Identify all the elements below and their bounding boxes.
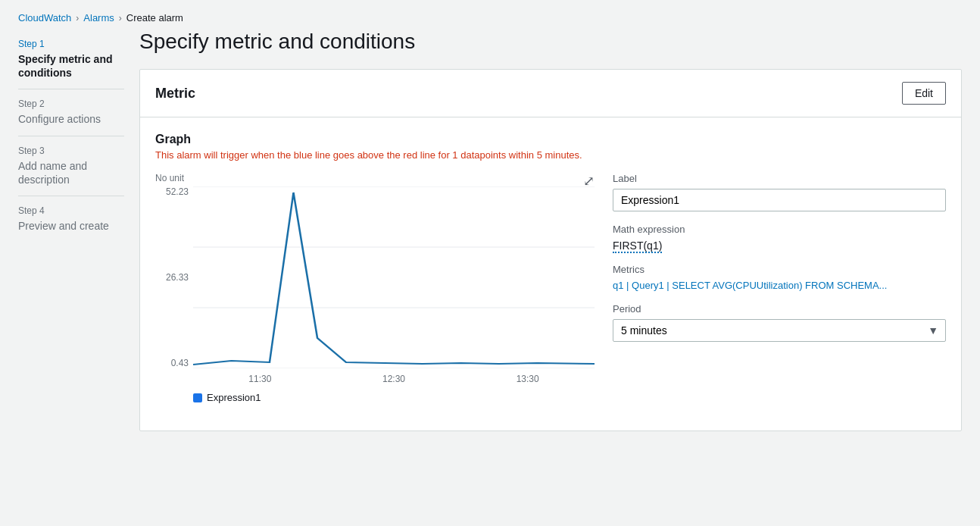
metric-card: Metric Edit Graph This alarm will trigge… bbox=[139, 69, 962, 431]
period-label: Period bbox=[613, 303, 946, 315]
x-axis: 11:30 12:30 13:30 bbox=[155, 374, 595, 384]
sidebar-step-2: Step 2 Configure actions bbox=[18, 89, 124, 136]
chart-wrapper: 52.23 26.33 0.43 bbox=[155, 186, 595, 371]
sidebar-step-4: Step 4 Preview and create bbox=[18, 196, 124, 242]
sidebar-step-3: Step 3 Add name and description bbox=[18, 136, 124, 196]
breadcrumb-sep-2: › bbox=[119, 13, 122, 23]
graph-container: ⤢ No unit 52.23 26.33 0.43 bbox=[155, 173, 595, 415]
y-axis-label: No unit bbox=[155, 173, 595, 183]
label-field: Label bbox=[613, 173, 946, 211]
main-content: Specify metric and conditions Metric Edi… bbox=[139, 30, 962, 431]
period-field: Period 1 minute 5 minutes 15 minutes 1 h… bbox=[613, 303, 946, 342]
y-axis: 52.23 26.33 0.43 bbox=[155, 186, 193, 368]
graph-title: Graph bbox=[155, 133, 946, 146]
breadcrumb-cloudwatch[interactable]: CloudWatch bbox=[18, 12, 71, 23]
y-val-mid: 26.33 bbox=[166, 272, 189, 283]
step-3-title: Add name and description bbox=[18, 159, 124, 186]
metrics-value: q1 | Query1 | SELECT AVG(CPUUtilization)… bbox=[613, 280, 946, 291]
math-expression-value: FIRST(q1) bbox=[613, 240, 662, 253]
x-val-2: 12:30 bbox=[382, 374, 405, 384]
card-header: Metric Edit bbox=[140, 70, 961, 117]
step-4-label: Step 4 bbox=[18, 205, 124, 216]
card-body: Graph This alarm will trigger when the b… bbox=[140, 117, 961, 431]
label-field-label: Label bbox=[613, 173, 946, 184]
legend-label: Expression1 bbox=[207, 392, 261, 403]
graph-subtitle: This alarm will trigger when the blue li… bbox=[155, 149, 946, 161]
card-title: Metric bbox=[155, 86, 195, 102]
y-val-bot: 0.43 bbox=[171, 358, 189, 368]
breadcrumb-sep-1: › bbox=[76, 13, 79, 23]
step-3-label: Step 3 bbox=[18, 146, 124, 156]
step-4-title: Preview and create bbox=[18, 219, 124, 233]
metrics-label: Metrics bbox=[613, 264, 946, 275]
sidebar-step-1: Step 1 Specify metric and conditions bbox=[18, 30, 124, 89]
y-val-top: 52.23 bbox=[166, 186, 189, 197]
math-expression-label: Math expression bbox=[613, 224, 946, 235]
step-1-label: Step 1 bbox=[18, 39, 124, 49]
graph-section: Graph This alarm will trigger when the b… bbox=[155, 133, 946, 415]
breadcrumb-create-alarm: Create alarm bbox=[126, 12, 183, 23]
breadcrumb-alarms[interactable]: Alarms bbox=[83, 12, 114, 23]
config-panel: Label Math expression FIRST(q1) bbox=[613, 173, 946, 415]
x-val-3: 13:30 bbox=[517, 374, 539, 384]
step-1-title: Specify metric and conditions bbox=[18, 52, 124, 80]
page-title: Specify metric and conditions bbox=[139, 30, 962, 54]
graph-and-config: ⤢ No unit 52.23 26.33 0.43 bbox=[155, 173, 946, 415]
period-select[interactable]: 1 minute 5 minutes 15 minutes 1 hour 6 h… bbox=[613, 319, 946, 342]
step-2-label: Step 2 bbox=[18, 99, 124, 109]
metrics-field: Metrics q1 | Query1 | SELECT AVG(CPUUtil… bbox=[613, 264, 946, 291]
period-select-wrapper: 1 minute 5 minutes 15 minutes 1 hour 6 h… bbox=[613, 319, 946, 342]
edit-button[interactable]: Edit bbox=[902, 82, 946, 105]
sidebar: Step 1 Specify metric and conditions Ste… bbox=[18, 30, 139, 431]
expand-icon[interactable]: ⤢ bbox=[583, 173, 595, 189]
step-2-title: Configure actions bbox=[18, 112, 124, 126]
legend: Expression1 bbox=[155, 392, 595, 403]
math-expression-field: Math expression FIRST(q1) bbox=[613, 224, 946, 252]
label-input[interactable] bbox=[613, 189, 946, 211]
x-val-1: 11:30 bbox=[248, 374, 271, 384]
breadcrumb: CloudWatch › Alarms › Create alarm bbox=[0, 0, 980, 30]
legend-dot bbox=[193, 393, 202, 402]
chart-svg bbox=[193, 186, 595, 371]
